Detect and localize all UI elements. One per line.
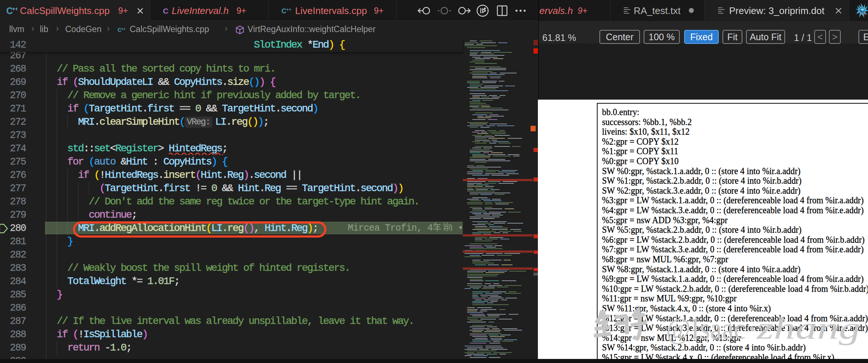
svg-text:zhang: zhang [756,311,861,345]
svg-text:C: C [281,7,286,15]
svg-text:++: ++ [12,6,17,12]
svg-text:C: C [163,7,168,15]
svg-text:@Isaac: @Isaac [666,312,746,345]
svg-text:++: ++ [121,27,126,31]
svg-text:++: ++ [286,7,291,12]
